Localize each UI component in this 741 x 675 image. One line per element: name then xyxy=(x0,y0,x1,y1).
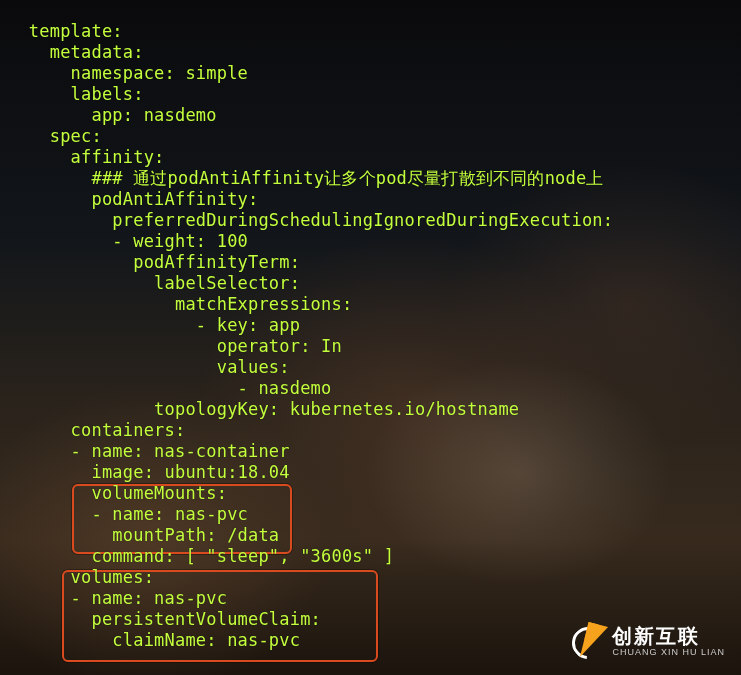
logo-mark-icon xyxy=(568,623,604,659)
watermark-logo: 创新互联 CHUANG XIN HU LIAN xyxy=(568,623,725,659)
yaml-code-block: template: metadata: namespace: simple la… xyxy=(0,17,741,659)
logo-text-en: CHUANG XIN HU LIAN xyxy=(612,648,725,657)
logo-text-cn: 创新互联 xyxy=(612,626,725,646)
